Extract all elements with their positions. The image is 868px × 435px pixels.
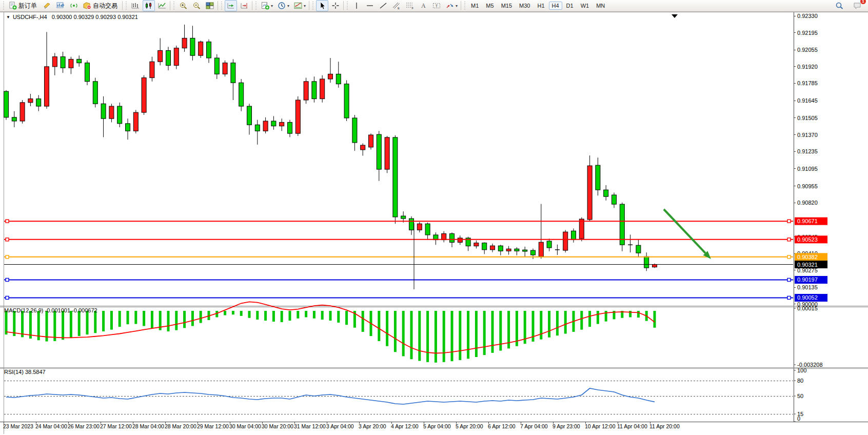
svg-text:3 Apr 04:00: 3 Apr 04:00 [326,423,354,429]
zoom-out-icon [192,2,201,10]
market-watch-button[interactable] [54,0,67,11]
svg-text:0.91370: 0.91370 [797,132,818,138]
svg-text:28 Mar 20:00: 28 Mar 20:00 [165,423,196,429]
tf-m15[interactable]: M15 [498,2,515,10]
sound-button[interactable] [68,0,80,11]
toolbar-separator [309,1,309,10]
search-button[interactable] [833,0,845,11]
hline-handle [6,278,9,281]
tf-m15-label: M15 [501,3,512,9]
svg-text:24 Mar 04:00: 24 Mar 04:00 [35,423,67,429]
svg-text:0.90052: 0.90052 [797,294,818,301]
text-button[interactable]: A [417,0,429,11]
chat-button[interactable]: 1 [851,0,863,11]
autotrade-icon [83,2,92,10]
zoom-in-button[interactable] [177,0,189,11]
line-chart-icon [157,2,167,10]
toolbar-separator [252,1,252,10]
svg-text:31 Mar 12:00: 31 Mar 12:00 [294,423,326,429]
tf-m5[interactable]: M5 [483,2,497,10]
dropdown-arrow-icon[interactable]: ▾ [287,4,289,8]
cursor-button[interactable] [316,0,328,11]
fibonacci-button[interactable]: F [404,0,416,11]
tile-windows-icon [205,2,214,10]
horizontal-line-button[interactable] [364,0,376,11]
tf-h4-label: H4 [552,3,559,9]
tf-w1-label: W1 [581,3,589,9]
svg-text:F: F [412,7,414,10]
hline-handle [6,255,9,259]
hline-handle [6,220,9,223]
crosshair-icon [331,2,340,10]
hline-handle [787,220,791,223]
svg-text:26 Mar 23:00: 26 Mar 23:00 [68,423,100,429]
tile-windows-button[interactable] [204,0,216,11]
svg-text:28 Mar 04:00: 28 Mar 04:00 [132,423,164,429]
vertical-line-button[interactable] [350,0,363,11]
candlestick-button[interactable] [143,0,155,11]
templates-button[interactable]: ▾ [292,0,307,11]
chart-shift-button[interactable] [238,0,250,11]
tf-h1-label: H1 [537,3,544,9]
svg-text:23 Mar 2023: 23 Mar 2023 [3,423,33,429]
hline-handle [6,296,9,299]
svg-text:4 Apr 12:00: 4 Apr 12:00 [391,423,419,429]
arrows-icon [445,2,455,10]
svg-text:0.90321: 0.90321 [797,262,818,268]
new-order-button[interactable]: 新订单 [7,0,40,11]
tf-w1[interactable]: W1 [578,2,593,10]
svg-text:E: E [398,7,400,10]
arrows-button[interactable]: ▾ [444,0,459,11]
svg-text:9 Apr 23:00: 9 Apr 23:00 [553,423,580,429]
label-button[interactable]: T [430,0,443,11]
svg-text:30 Mar 20:00: 30 Mar 20:00 [262,423,293,429]
hline-handle [787,278,791,281]
svg-text:0.91095: 0.91095 [797,166,818,172]
crosshair-button[interactable] [329,0,342,11]
market-watch-icon [56,2,65,10]
rsi-label: RSI(14) 38.5847 [4,369,46,375]
toolbar-separator [461,1,461,10]
toolbar-grip [346,2,348,10]
tf-h4[interactable]: H4 [549,2,562,10]
dropdown-arrow-icon[interactable]: ▾ [271,4,273,8]
trendline-button[interactable] [377,0,389,11]
styler-button[interactable] [41,0,53,11]
svg-text:0.92330: 0.92330 [797,13,818,19]
chart-shift-icon [240,2,249,10]
toolbar-separator [343,1,344,10]
candlestick-icon [144,2,153,10]
tf-m30[interactable]: M30 [516,2,533,10]
dropdown-arrow-icon[interactable]: ▾ [456,4,458,8]
svg-text:0.00015: 0.00015 [797,305,818,311]
svg-text:50: 50 [797,393,803,399]
svg-text:100: 100 [797,367,806,373]
tf-mn[interactable]: MN [593,2,608,10]
zoom-out-button[interactable] [190,0,203,11]
indicators-button[interactable]: ▾ [259,0,274,11]
svg-text:3 Apr 20:00: 3 Apr 20:00 [359,423,386,429]
channel-button[interactable]: E [390,0,403,11]
label-icon: T [432,2,441,10]
toolbar: 新订单自动交易▾▾▾EFAT▾M1M5M15M30H1H4D1W1MN1 [0,0,868,12]
indicators-icon [261,2,270,10]
toolbar-right: 1 [833,0,868,11]
dropdown-arrow-icon[interactable]: ▾ [304,4,306,8]
line-chart-button[interactable] [156,0,168,11]
toolbar-separator [218,1,218,10]
svg-text:80: 80 [797,378,803,384]
bar-chart-button[interactable] [129,0,142,11]
svg-text:30 Mar 04:00: 30 Mar 04:00 [229,423,261,429]
tf-m5-label: M5 [486,3,494,9]
periods-button[interactable]: ▾ [275,0,291,11]
autotrade-button[interactable]: 自动交易 [81,0,121,11]
notification-badge: 1 [860,0,866,4]
cursor-icon [318,2,327,10]
auto-scroll-button[interactable] [225,0,237,11]
tf-d1[interactable]: D1 [563,2,577,10]
tf-m1[interactable]: M1 [468,2,482,10]
chart-menu-arrow-icon[interactable]: ▼ [6,15,10,19]
tf-h1[interactable]: H1 [534,2,547,10]
chart-surface[interactable]: 0.923300.921950.920550.919200.917850.916… [0,0,868,435]
bar-chart-icon [131,2,140,10]
